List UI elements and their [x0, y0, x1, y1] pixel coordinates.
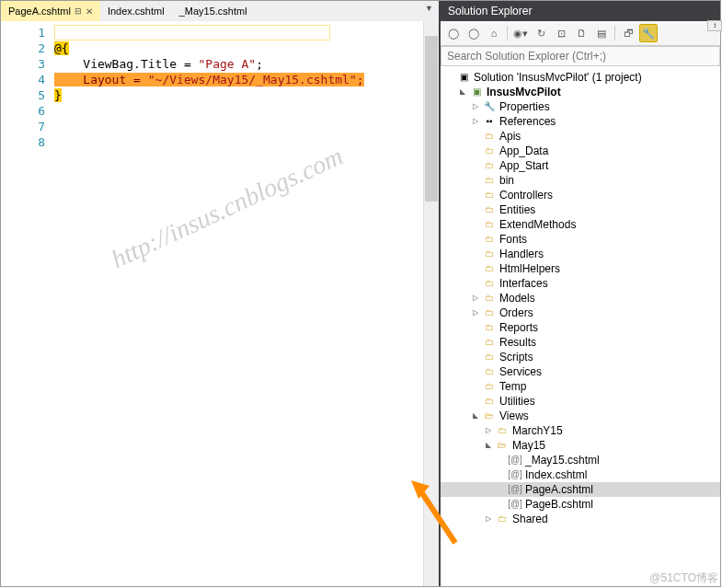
expander-icon[interactable]: ▷ — [470, 306, 480, 320]
folder-icon: 🗀 — [482, 262, 497, 275]
tree-node[interactable]: ▷🗀Orders — [441, 306, 720, 320]
folder-icon: 🗀 — [482, 365, 497, 378]
preview-icon[interactable]: 🗗 — [619, 24, 637, 42]
tree-node[interactable]: 🗀HtmlHelpers — [441, 261, 720, 276]
tree-label: Handlers — [499, 247, 544, 261]
sync-icon[interactable]: ◉▾ — [511, 24, 530, 42]
show-all-icon[interactable]: 🗋 — [572, 24, 590, 42]
code-editor[interactable]: 12345678 @{ ViewBag.Title = "Page A"; La… — [1, 21, 439, 586]
expander-icon[interactable]: ▷ — [470, 99, 480, 114]
tab-index[interactable]: Index.cshtml — [100, 1, 172, 21]
refresh-icon[interactable]: ↻ — [532, 24, 550, 42]
folder-icon: 🗀 — [482, 203, 497, 216]
tree-node[interactable]: 🗀Temp — [441, 379, 720, 394]
tree-node[interactable]: 🗀App_Data — [441, 144, 720, 158]
tree-node[interactable]: 🗀Scripts — [441, 350, 720, 364]
folder-icon: 🗀 — [482, 174, 497, 187]
tree-label: Orders — [499, 306, 533, 320]
solution-explorer: Solution Explorer ◯ ◯ ⌂ ◉▾ ↻ ⊡ 🗋 ▤ 🗗 🔧 ▣… — [441, 1, 720, 586]
split-handle-icon[interactable]: ↕ — [707, 20, 722, 31]
home-icon[interactable]: ⌂ — [485, 24, 503, 42]
tree-node[interactable]: 🗀Controllers — [441, 188, 720, 202]
code-body[interactable]: @{ ViewBag.Title = "Page A"; Layout = "~… — [54, 21, 423, 586]
properties-icon[interactable]: ▤ — [592, 24, 611, 42]
openfolder-icon: 🗁 — [495, 439, 510, 452]
tree-label: Interfaces — [499, 276, 548, 291]
folder-icon: 🗀 — [482, 248, 497, 260]
tree-node[interactable]: 🗀Handlers — [441, 247, 720, 261]
tabs-dropdown-icon[interactable]: ▼ — [419, 1, 439, 21]
tree-label: Reports — [499, 320, 538, 335]
solution-explorer-header: Solution Explorer — [441, 1, 720, 21]
tree-node[interactable]: [@]Index.cshtml — [441, 467, 720, 482]
folder-icon: 🗀 — [482, 306, 497, 319]
tree-label: HtmlHelpers — [499, 261, 560, 276]
tree-node[interactable]: 🗀Results — [441, 335, 720, 350]
tree-node[interactable]: 🗀App_Start — [441, 158, 720, 173]
current-line — [54, 25, 330, 40]
tree-node[interactable]: ◣🗁Views — [441, 409, 720, 423]
tab-may15[interactable]: _May15.cshtml — [172, 1, 255, 21]
collapse-icon[interactable]: ⊡ — [552, 24, 570, 42]
tree-node[interactable]: 🗀bin — [441, 173, 720, 188]
rfile-icon: [@] — [508, 483, 522, 496]
folder-icon: 🗀 — [482, 321, 497, 334]
tree-label: PageA.cshtml — [525, 482, 593, 497]
tree-node[interactable]: 🗀ExtendMethods — [441, 217, 720, 232]
solution-search-input[interactable] — [441, 46, 720, 66]
tree-label: Index.cshtml — [525, 467, 587, 482]
tree-node[interactable]: ▷🗀MarchY15 — [441, 423, 720, 438]
tree-node[interactable]: [@]PageB.cshtml — [441, 497, 720, 512]
forward-icon[interactable]: ◯ — [464, 24, 483, 42]
-icon: ▪▪ — [482, 115, 497, 128]
tree-node[interactable]: ◣▣InsusMvcPilot — [441, 85, 720, 99]
tree-node[interactable]: 🗀Apis — [441, 129, 720, 144]
expander-icon[interactable]: ▷ — [483, 423, 493, 438]
pin-icon[interactable]: ⊟ — [74, 6, 82, 16]
tree-label: Solution 'InsusMvcPilot' (1 project) — [474, 70, 642, 85]
expander-icon[interactable]: ◣ — [470, 409, 480, 423]
tab-label: PageA.cshtml — [8, 6, 71, 17]
tree-label: Utilities — [499, 394, 535, 409]
openfolder-icon: 🗁 — [482, 409, 497, 422]
tree-node[interactable]: ▷🔧Properties — [441, 99, 720, 114]
wrench-icon[interactable]: 🔧 — [639, 24, 658, 42]
expander-icon[interactable]: ▷ — [470, 114, 480, 129]
proj-icon: ▣ — [469, 86, 484, 98]
tree-node[interactable]: ◣🗁May15 — [441, 438, 720, 453]
tab-pagea[interactable]: PageA.cshtml ⊟ ✕ — [1, 1, 100, 21]
folder-icon: 🗀 — [482, 218, 497, 231]
-icon: ▣ — [456, 71, 471, 84]
tree-label: Services — [499, 364, 542, 379]
tree-label: bin — [499, 173, 514, 188]
expander-icon[interactable]: ◣ — [483, 438, 493, 453]
tree-node[interactable]: 🗀Fonts — [441, 232, 720, 247]
folder-icon: 🗀 — [495, 424, 510, 437]
folder-icon: 🗀 — [482, 144, 497, 157]
folder-icon: 🗀 — [482, 233, 497, 246]
folder-icon: 🗀 — [482, 277, 497, 290]
-icon: 🔧 — [482, 100, 497, 113]
tree-node[interactable]: [@]_May15.cshtml — [441, 453, 720, 467]
tree-node[interactable]: [@]PageA.cshtml — [441, 482, 720, 497]
tree-node[interactable]: ▣Solution 'InsusMvcPilot' (1 project) — [441, 70, 720, 85]
tree-node[interactable]: 🗀Services — [441, 364, 720, 379]
tree-node[interactable]: 🗀Entities — [441, 202, 720, 217]
tree-node[interactable]: ▷▪▪References — [441, 114, 720, 129]
back-icon[interactable]: ◯ — [444, 24, 463, 42]
tree-label: ExtendMethods — [499, 217, 576, 232]
tree-label: References — [499, 114, 556, 129]
folder-icon: 🗀 — [482, 159, 497, 172]
tree-node[interactable]: 🗀Interfaces — [441, 276, 720, 291]
vertical-scrollbar[interactable] — [423, 21, 439, 586]
expander-icon[interactable]: ◣ — [457, 85, 467, 99]
expander-icon[interactable]: ▷ — [470, 291, 480, 306]
tree-node[interactable]: ▷🗀Shared — [441, 512, 720, 526]
tree-label: Controllers — [499, 188, 553, 202]
tree-node[interactable]: 🗀Reports — [441, 320, 720, 335]
tree-node[interactable]: ▷🗀Models — [441, 291, 720, 306]
expander-icon[interactable]: ▷ — [483, 512, 493, 526]
tree-node[interactable]: 🗀Utilities — [441, 394, 720, 409]
close-icon[interactable]: ✕ — [86, 6, 93, 17]
scrollbar-thumb[interactable] — [425, 36, 438, 202]
